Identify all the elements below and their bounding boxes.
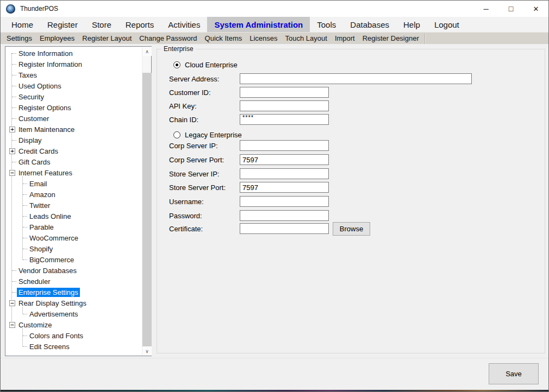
tree-item-label: Vendor Databases: [17, 266, 78, 275]
collapse-minus-icon[interactable]: −: [9, 322, 15, 328]
legacy-enterprise-radio[interactable]: Legacy Enterprise: [173, 131, 242, 139]
menu-store[interactable]: Store: [85, 17, 118, 32]
browse-button[interactable]: Browse: [333, 222, 370, 236]
tree-item-scheduler[interactable]: Scheduler: [5, 276, 142, 287]
tree-item-email[interactable]: Email: [5, 178, 142, 189]
tree-item-taxes[interactable]: Taxes: [5, 69, 142, 80]
enterprise-groupbox: Enterprise Cloud Enterprise Server Addre…: [157, 49, 545, 353]
tree-item-store-information[interactable]: Store Information: [5, 48, 142, 59]
collapse-minus-icon[interactable]: −: [9, 170, 15, 176]
tree-item-vendor-databases[interactable]: Vendor Databases: [5, 265, 142, 276]
corp-server-port-input[interactable]: [240, 154, 329, 165]
minimize-icon[interactable]: ─: [473, 1, 498, 17]
certificate-input[interactable]: [240, 223, 329, 234]
tool-touch-layout[interactable]: Touch Layout: [282, 34, 331, 42]
tool-employees[interactable]: Employees: [36, 34, 78, 42]
expand-plus-icon[interactable]: +: [9, 127, 15, 132]
username-label: Username:: [169, 198, 204, 206]
maximize-icon[interactable]: □: [498, 1, 523, 17]
menu-help[interactable]: Help: [396, 17, 427, 32]
collapse-minus-icon[interactable]: −: [9, 300, 15, 306]
tree-item-amazon[interactable]: Amazon: [5, 189, 142, 200]
window-controls: ─ □ ✕: [473, 1, 548, 17]
menu-home[interactable]: Home: [4, 17, 40, 32]
menu-reports[interactable]: Reports: [118, 17, 161, 32]
tree-item-register-options[interactable]: Register Options: [5, 102, 142, 113]
server-address-input[interactable]: [240, 73, 472, 84]
close-icon[interactable]: ✕: [523, 1, 548, 17]
tool-change-password[interactable]: Change Password: [135, 34, 201, 42]
store-server-port-input[interactable]: [240, 182, 329, 193]
tree-item-colors-and-fonts[interactable]: Colors and Fonts: [5, 330, 142, 341]
tree-item-parable[interactable]: Parable: [5, 222, 142, 232]
window-title: ThunderPOS: [20, 5, 58, 12]
tree-item-item-maintenance[interactable]: +Item Maintenance: [5, 124, 142, 135]
tree-scrollbar[interactable]: ∧ ∨: [142, 47, 151, 356]
password-input[interactable]: [240, 210, 329, 221]
tree-item-enterprise-settings[interactable]: Enterprise Settings: [5, 287, 142, 298]
main-content: Store InformationRegister InformationTax…: [1, 44, 548, 392]
tool-register-designer[interactable]: Register Designer: [359, 34, 423, 42]
tree-branch-tick: [23, 238, 27, 238]
menu-databases[interactable]: Databases: [343, 17, 396, 32]
tree-item-customer[interactable]: Customer: [5, 113, 142, 124]
tree-item-woocommerce[interactable]: WooCommerce: [5, 232, 142, 243]
settings-tree: Store InformationRegister InformationTax…: [5, 47, 142, 356]
tree-item-label: Rear Display Settings: [17, 299, 88, 308]
tree-item-label: Customer: [17, 114, 51, 123]
menu-bar: HomeRegisterStoreReportsActivitiesSystem…: [1, 17, 548, 32]
radio-selected-icon: [173, 61, 180, 68]
tree-item-label: Enterprise Settings: [17, 288, 80, 297]
tree-branch-tick: [12, 292, 16, 293]
username-input[interactable]: [240, 196, 329, 207]
tree-item-gift-cards[interactable]: Gift Cards: [5, 156, 142, 167]
tool-quick-items[interactable]: Quick Items: [201, 34, 246, 42]
sub-toolbar: SettingsEmployeesRegister LayoutChange P…: [1, 32, 548, 44]
tool-register-layout[interactable]: Register Layout: [78, 34, 135, 42]
chain-id-input[interactable]: [240, 114, 329, 125]
tree-item-label: Parable: [28, 223, 55, 232]
tree-item-leads-online[interactable]: Leads Online: [5, 211, 142, 222]
scroll-down-icon[interactable]: ∨: [142, 346, 152, 356]
tree-item-label: Twitter: [28, 201, 52, 210]
customer-id-input[interactable]: [240, 87, 329, 98]
menu-register[interactable]: Register: [40, 17, 85, 32]
tree-branch-tick: [12, 270, 16, 271]
tree-item-bigcommerce[interactable]: BigCommerce: [5, 254, 142, 265]
menu-tools[interactable]: Tools: [310, 17, 343, 32]
tree-item-customize[interactable]: −Customize: [5, 319, 142, 330]
tree-item-label: WooCommerce: [28, 233, 80, 243]
scrollbar-thumb[interactable]: [142, 73, 152, 346]
tool-licenses[interactable]: Licenses: [246, 34, 281, 42]
radio-unselected-icon: [173, 131, 180, 138]
menu-system-administration[interactable]: System Administration: [207, 17, 310, 32]
expand-plus-icon[interactable]: +: [9, 148, 15, 154]
tree-item-security[interactable]: Security: [5, 91, 142, 102]
store-server-ip-input[interactable]: [240, 168, 329, 179]
tree-branch-tick: [12, 162, 16, 162]
toolbar-separator: [425, 33, 425, 44]
tree-item-twitter[interactable]: Twitter: [5, 200, 142, 211]
certificate-label: Certificate:: [169, 225, 203, 233]
tool-settings[interactable]: Settings: [3, 34, 36, 42]
tree-item-register-information[interactable]: Register Information: [5, 59, 142, 69]
tree-item-edit-screens[interactable]: Edit Screens: [5, 341, 142, 352]
tree-item-display[interactable]: Display: [5, 135, 142, 146]
tree-item-label: Used Options: [17, 81, 63, 91]
menu-logout[interactable]: Logout: [427, 17, 466, 32]
menu-activities[interactable]: Activities: [161, 17, 207, 32]
tree-item-rear-display-settings[interactable]: −Rear Display Settings: [5, 298, 142, 308]
save-button[interactable]: Save: [489, 363, 539, 384]
tree-item-credit-cards[interactable]: +Credit Cards: [5, 146, 142, 156]
api-key-input[interactable]: [240, 100, 329, 111]
tree-item-advertisements[interactable]: Advertisements: [5, 308, 142, 319]
groupbox-title: Enterprise: [161, 45, 196, 53]
tree-item-internet-features[interactable]: −Internet Features: [5, 167, 142, 178]
corp-server-ip-input[interactable]: [240, 140, 329, 151]
tool-import[interactable]: Import: [331, 34, 359, 42]
tree-item-shopify[interactable]: Shopify: [5, 243, 142, 254]
tree-item-label: Display: [17, 136, 43, 145]
scroll-up-icon[interactable]: ∧: [142, 47, 152, 56]
cloud-enterprise-radio[interactable]: Cloud Enterprise: [173, 61, 238, 69]
tree-item-used-options[interactable]: Used Options: [5, 80, 142, 91]
